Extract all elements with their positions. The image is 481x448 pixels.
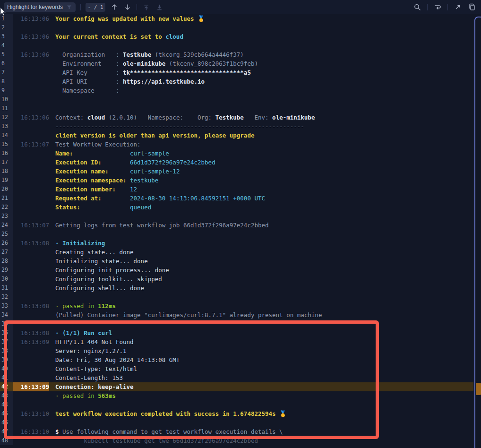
log-line-17[interactable]: 17Execution ID: 66d1d372f296a97e24c2bbed xyxy=(0,158,473,167)
log-line-24[interactable]: 2416:13:07Getting logs from test workflo… xyxy=(0,221,473,230)
line-number: 34 xyxy=(0,310,13,319)
log-line-47[interactable]: 4716:13:10$ Use following command to get… xyxy=(0,427,473,436)
log-line-35[interactable]: 35 xyxy=(0,319,473,328)
log-line-2[interactable]: 2 xyxy=(0,23,473,32)
log-line-6[interactable]: 6 Environment : ole-minikube (tkcenv_898… xyxy=(0,59,473,68)
line-number: 43 xyxy=(0,391,13,400)
line-timestamp xyxy=(13,310,49,319)
log-line-34[interactable]: 34(Pulled) Container image "curlimages/c… xyxy=(0,310,473,319)
log-line-43[interactable]: 43· passed in 563ms xyxy=(0,391,473,400)
line-number: 29 xyxy=(0,266,13,275)
line-number: 7 xyxy=(0,68,13,77)
log-line-5[interactable]: 516:13:06 Organization : Testkube (tkcor… xyxy=(0,50,473,59)
log-line-40[interactable]: 40Content-Type: text/html xyxy=(0,364,473,373)
log-line-7[interactable]: 7 API Key : tk**************************… xyxy=(0,68,473,77)
line-content: Initializing state... done xyxy=(49,257,473,266)
line-timestamp: 16:13:08 xyxy=(13,239,49,248)
log-line-13[interactable]: 13--------------------------------------… xyxy=(0,122,473,131)
line-timestamp xyxy=(13,248,49,257)
line-timestamp xyxy=(13,176,49,185)
log-line-39[interactable]: 39Date: Fri, 30 Aug 2024 14:13:08 GMT xyxy=(0,355,473,364)
log-line-46[interactable]: 46 xyxy=(0,418,473,427)
line-content: kubectl testkube get twe 66d1d372f296a97… xyxy=(49,436,473,445)
line-timestamp: 16:13:07 xyxy=(13,140,49,149)
search-button[interactable] xyxy=(413,3,421,11)
line-number: 1 xyxy=(0,14,13,23)
line-timestamp xyxy=(13,266,49,275)
line-content: Connection: keep-alive xyxy=(49,382,473,391)
arrow-up-icon xyxy=(111,3,118,11)
go-to-top-button[interactable] xyxy=(142,3,150,11)
line-timestamp: 16:13:10 xyxy=(13,427,49,436)
log-line-45[interactable]: 4516:13:10test workflow execution comple… xyxy=(0,409,473,418)
log-line-30[interactable]: 30Configuring toolkit... skipped xyxy=(0,275,473,284)
log-line-4[interactable]: 4 xyxy=(0,41,473,50)
log-line-26[interactable]: 2616:13:08· Initializing xyxy=(0,239,473,248)
log-line-8[interactable]: 8 API URI : https://api.testkube.io xyxy=(0,77,473,86)
log-line-25[interactable]: 25 xyxy=(0,230,473,239)
line-timestamp: 16:13:07 xyxy=(13,221,49,230)
log-line-22[interactable]: 22Status: queued xyxy=(0,203,473,212)
expand-icon xyxy=(454,3,462,11)
log-line-32[interactable]: 32 xyxy=(0,293,473,302)
log-line-37[interactable]: 3716:13:09HTTP/1.1 404 Not Found xyxy=(0,337,473,346)
log-line-1[interactable]: 116:13:06Your config was updated with ne… xyxy=(0,14,473,23)
line-content: · passed in 112ms xyxy=(49,302,473,310)
line-number: 12 xyxy=(0,113,13,122)
line-number: 15 xyxy=(0,140,13,149)
log-line-14[interactable]: 14client version is older than api versi… xyxy=(0,131,473,140)
log-line-48[interactable]: 48 kubectl testkube get twe 66d1d372f296… xyxy=(0,436,473,445)
line-content xyxy=(49,212,473,221)
line-timestamp xyxy=(13,319,49,328)
log-line-12[interactable]: 1216:13:06Context: cloud (2.0.10) Namesp… xyxy=(0,113,473,122)
log-line-33[interactable]: 3316:13:08· passed in 112ms xyxy=(0,302,473,310)
line-number: 10 xyxy=(0,95,13,104)
copy-button[interactable] xyxy=(468,3,476,11)
log-line-31[interactable]: 31Configuring shell... done xyxy=(0,284,473,293)
log-line-38[interactable]: 38Server: nginx/1.27.1 xyxy=(0,346,473,355)
line-timestamp: 16:13:06 xyxy=(13,50,49,59)
log-line-36[interactable]: 3616:13:08· (1/1) Run curl xyxy=(0,328,473,337)
log-line-3[interactable]: 316:13:06Your current context is set to … xyxy=(0,32,473,41)
line-content xyxy=(49,418,473,427)
log-line-28[interactable]: 28Initializing state... done xyxy=(0,257,473,266)
log-line-23[interactable]: 23 xyxy=(0,212,473,221)
scrollbar[interactable] xyxy=(473,14,481,448)
line-content: Execution name: curl-sample-12 xyxy=(49,167,473,176)
line-number: 4 xyxy=(0,41,13,50)
line-content: HTTP/1.1 404 Not Found xyxy=(49,337,473,346)
log-line-21[interactable]: 21Requested at: 2024-08-30 14:13:06.8459… xyxy=(0,194,473,203)
line-timestamp xyxy=(13,59,49,68)
log-line-29[interactable]: 29Configuring init process... done xyxy=(0,266,473,275)
log-line-42[interactable]: 4216:13:09Connection: keep-alive xyxy=(0,382,473,391)
line-timestamp xyxy=(13,275,49,284)
log-line-19[interactable]: 19Execution namespace: testkube xyxy=(0,176,473,185)
keyword-filter-input[interactable] xyxy=(7,4,63,10)
go-to-bottom-button[interactable] xyxy=(155,3,163,11)
log-line-10[interactable]: 10 xyxy=(0,95,473,104)
prev-match-button[interactable] xyxy=(110,3,119,11)
keyword-filter-box[interactable] xyxy=(4,2,76,12)
log-line-11[interactable]: 11 xyxy=(0,104,473,113)
line-number: 3 xyxy=(0,32,13,41)
log-line-41[interactable]: 41Content-Length: 153 xyxy=(0,373,473,382)
log-lines: 116:13:06Your config was updated with ne… xyxy=(0,14,473,445)
log-line-20[interactable]: 20Execution number: 12 xyxy=(0,185,473,194)
next-match-button[interactable] xyxy=(123,3,132,11)
log-line-44[interactable]: 44 xyxy=(0,400,473,409)
line-number: 42 xyxy=(0,382,13,391)
line-timestamp xyxy=(13,68,49,77)
wrap-lines-icon xyxy=(434,3,441,11)
log-line-18[interactable]: 18Execution name: curl-sample-12 xyxy=(0,167,473,176)
wrap-lines-button[interactable] xyxy=(433,3,442,11)
line-content: Configuring init process... done xyxy=(49,266,473,275)
expand-button[interactable] xyxy=(454,3,462,11)
log-line-9[interactable]: 9 Namespace : xyxy=(0,86,473,95)
arrow-to-top-icon xyxy=(143,4,150,11)
log-line-15[interactable]: 1516:13:07Test Workflow Execution: xyxy=(0,140,473,149)
line-number: 22 xyxy=(0,203,13,212)
log-line-27[interactable]: 27Creating state... done xyxy=(0,248,473,257)
log-line-16[interactable]: 16Name: curl-sample xyxy=(0,149,473,158)
line-content: Execution namespace: testkube xyxy=(49,176,473,185)
line-number: 8 xyxy=(0,77,13,86)
